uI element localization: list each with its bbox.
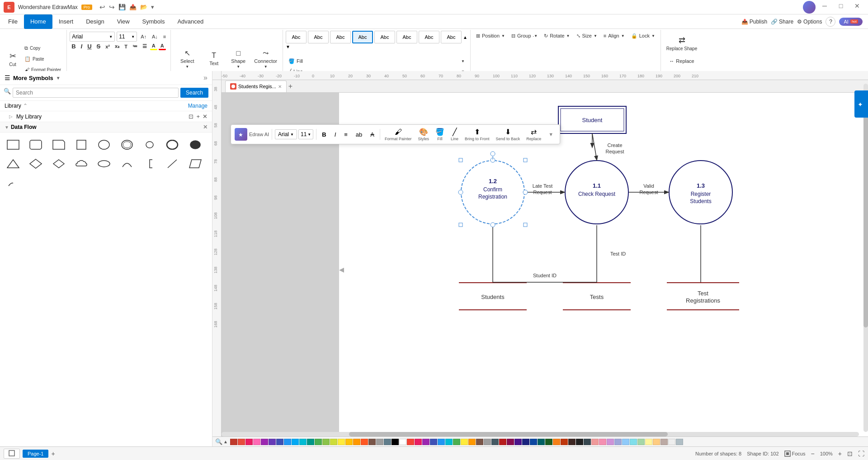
my-lib-icon1[interactable]: ⊡ [189, 113, 193, 120]
diagram-canvas[interactable]: Student 1.1 Check Request 1.2 Confirm Re… [222, 93, 868, 446]
menu-home[interactable]: Home [24, 14, 52, 29]
style-7[interactable]: Abc [441, 31, 462, 43]
undo-btn[interactable]: ↩ [99, 3, 105, 11]
add-page-btn[interactable]: + [51, 450, 55, 457]
font-grow-btn[interactable]: A↑ [139, 32, 148, 42]
italic-btn[interactable]: I [79, 43, 85, 50]
color-54[interactable] [637, 439, 645, 445]
open-btn[interactable]: 📂 [140, 4, 147, 10]
menu-design[interactable]: Design [80, 14, 110, 29]
ctx-send-to-back[interactable]: ⬇ Send to Back [494, 127, 522, 142]
style-3[interactable]: Abc [352, 31, 373, 43]
shape-ellipse[interactable] [95, 155, 113, 172]
style-5[interactable]: Abc [396, 31, 417, 43]
fill-btn[interactable]: 🪣 Fill ▼ [286, 56, 467, 66]
color-38[interactable] [514, 439, 522, 445]
search-btn[interactable]: Search [180, 88, 208, 98]
v-scrollbar-thumb[interactable] [863, 101, 868, 328]
color-5[interactable] [261, 439, 268, 445]
shape-circle-double[interactable] [118, 136, 136, 153]
ai-btn[interactable]: AI hot [839, 18, 863, 26]
help-btn[interactable]: ? [826, 17, 835, 27]
options-btn[interactable]: ⚙ Options [797, 19, 822, 25]
h-scrollbar[interactable] [222, 432, 859, 436]
color-11[interactable] [307, 439, 314, 445]
text-tool-btn[interactable]: T Text [203, 47, 225, 71]
color-42[interactable] [545, 439, 552, 445]
style-1[interactable]: Abc [308, 31, 329, 43]
strikethrough-btn[interactable]: S [95, 43, 103, 50]
color-50[interactable] [607, 439, 614, 445]
ai-sidebar-btn[interactable]: ✦ [854, 90, 868, 118]
shape-circle[interactable] [95, 136, 113, 153]
minimize-btn[interactable]: ─ [817, 1, 832, 11]
color-30[interactable] [453, 439, 460, 445]
color-4[interactable] [253, 439, 260, 445]
shape-arc-sm[interactable] [5, 174, 22, 191]
color-21[interactable] [384, 439, 391, 445]
color-45[interactable] [568, 439, 576, 445]
ctx-fill[interactable]: 🪣 Fill [434, 127, 446, 142]
shape-bracket[interactable] [141, 155, 158, 172]
edraw-ai-icon[interactable]: ★ [235, 128, 247, 141]
color-9[interactable] [292, 439, 299, 445]
data-flow-section-header[interactable]: ▼ Data Flow ✕ [0, 122, 212, 133]
paste-btn[interactable]: 📋 Paste [22, 54, 64, 64]
my-lib-close[interactable]: ✕ [203, 113, 208, 120]
color-29[interactable] [445, 439, 453, 445]
color-3[interactable] [245, 439, 253, 445]
group-btn[interactable]: ⊟ Group -▼ [509, 31, 540, 41]
color-31[interactable] [461, 439, 468, 445]
color-19[interactable] [368, 439, 376, 445]
left-nav-arrow[interactable]: ◂ [339, 264, 344, 275]
ctx-text-style-btn[interactable]: ab [353, 130, 365, 139]
text-align-btn[interactable]: ≡ [161, 32, 168, 42]
font-color-btn[interactable]: A [159, 43, 166, 50]
my-lib-add[interactable]: + [196, 113, 200, 120]
styles-scroll-up[interactable]: ▲ [463, 35, 467, 40]
underline-btn[interactable]: U [85, 43, 93, 50]
list-btn[interactable]: ≔ [131, 43, 139, 50]
ctx-more-btn[interactable]: ▼ [546, 130, 556, 138]
menu-file[interactable]: File [2, 14, 24, 29]
copy-btn[interactable]: ⧉ Copy [22, 43, 64, 53]
ctx-replace[interactable]: ⇄ Replace [524, 127, 543, 142]
fit-page-btn[interactable]: ⊡ [847, 450, 853, 457]
more-btn[interactable]: ▾ [151, 4, 154, 10]
panel-collapse-btn[interactable]: » [203, 74, 208, 82]
subscript-btn[interactable]: x₂ [113, 43, 121, 50]
ctx-strikethrough-btn[interactable]: A [368, 130, 377, 139]
color-56[interactable] [653, 439, 660, 445]
font-family-select[interactable]: Arial ▼ [70, 32, 115, 42]
color-25[interactable] [415, 439, 422, 445]
text-btn[interactable]: T [123, 43, 129, 50]
color-41[interactable] [538, 439, 545, 445]
palette-expand-icon[interactable]: ▲ [223, 439, 228, 444]
tab-close-icon[interactable]: ✕ [278, 84, 282, 89]
ctx-format-painter[interactable]: 🖌 Format Painter [383, 127, 414, 142]
color-46[interactable] [576, 439, 583, 445]
maximize-btn[interactable]: □ [834, 1, 848, 11]
color-28[interactable] [438, 439, 445, 445]
style-0[interactable]: Abc [286, 31, 307, 43]
color-14[interactable] [330, 439, 337, 445]
ctx-styles[interactable]: 🎨 Styles [416, 127, 431, 142]
shape-arc[interactable] [118, 155, 136, 172]
font-size-select[interactable]: 11 ▼ [117, 32, 137, 42]
color-7[interactable] [276, 439, 283, 445]
color-23[interactable] [399, 439, 406, 445]
share-btn[interactable]: 🔗 Share [771, 19, 793, 25]
menu-view[interactable]: View [111, 14, 136, 29]
color-53[interactable] [630, 439, 637, 445]
color-52[interactable] [622, 439, 629, 445]
color-48[interactable] [591, 439, 599, 445]
color-35[interactable] [491, 439, 499, 445]
connector-btn[interactable]: ⤳ Connector ▼ [251, 47, 280, 71]
shape-rect-rounded[interactable] [27, 136, 44, 153]
zoom-in-btn[interactable]: + [838, 450, 842, 457]
profile-btn[interactable] [803, 1, 816, 14]
publish-btn[interactable]: 📤 Publish [741, 19, 767, 25]
ctx-bring-to-front[interactable]: ⬆ Bring to Front [463, 127, 491, 142]
eyedropper-icon[interactable]: 🔍 [215, 438, 222, 445]
color-12[interactable] [315, 439, 322, 445]
